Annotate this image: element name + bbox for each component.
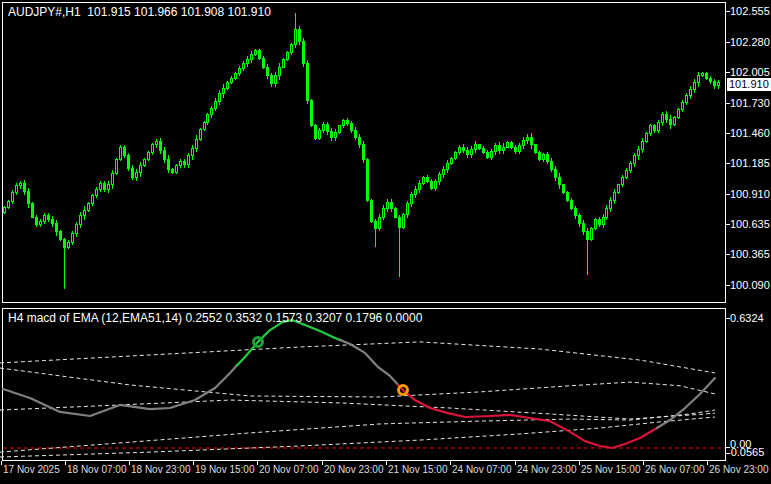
time-axis-label: 18 Nov 07:00	[67, 464, 127, 475]
time-axis-label: 18 Nov 23:00	[131, 464, 191, 475]
time-axis-label: 20 Nov 07:00	[259, 464, 319, 475]
time-axis-label: 24 Nov 23:00	[517, 464, 577, 475]
mt4-chart-window: AUDJPY#,H1 101.915 101.966 101.908 101.9…	[0, 0, 771, 484]
price-chart-plot[interactable]	[3, 3, 726, 302]
price-axis-label: 101.730	[730, 97, 770, 109]
time-axis-label: 21 Nov 15:00	[388, 464, 448, 475]
time-axis-label: 26 Nov 07:00	[645, 464, 705, 475]
indicator-axis-label: -0.0565	[727, 446, 764, 458]
price-axis-label: 102.005	[730, 66, 770, 78]
time-axis-label: 25 Nov 15:00	[581, 464, 641, 475]
price-axis-label: 101.185	[730, 157, 770, 169]
time-axis-label: 20 Nov 23:00	[324, 464, 384, 475]
indicator-label: H4 macd of EMA (12,EMA51,14) 0.2552 0.35…	[8, 311, 422, 325]
price-axis-label: 100.910	[730, 188, 770, 200]
price-axis-label: 100.090	[730, 279, 770, 291]
macd-plot[interactable]	[3, 309, 726, 460]
time-axis-label: 24 Nov 07:00	[452, 464, 512, 475]
indicator-axis-label: 0.6324	[730, 312, 764, 324]
current-price-tag: 101.910	[727, 78, 771, 91]
price-axis-label: 102.280	[730, 36, 770, 48]
price-axis-label: 101.460	[730, 127, 770, 139]
price-axis-label: 102.555	[730, 5, 770, 17]
chart-title: AUDJPY#,H1 101.915 101.966 101.908 101.9…	[8, 5, 271, 19]
time-axis-label: 19 Nov 15:00	[195, 464, 255, 475]
price-axis-label: 100.635	[730, 218, 770, 230]
price-axis-label: 100.365	[730, 248, 770, 260]
time-axis-label: 17 Nov 2025	[3, 464, 60, 475]
time-axis-label: 26 Nov 23:00	[709, 464, 769, 475]
